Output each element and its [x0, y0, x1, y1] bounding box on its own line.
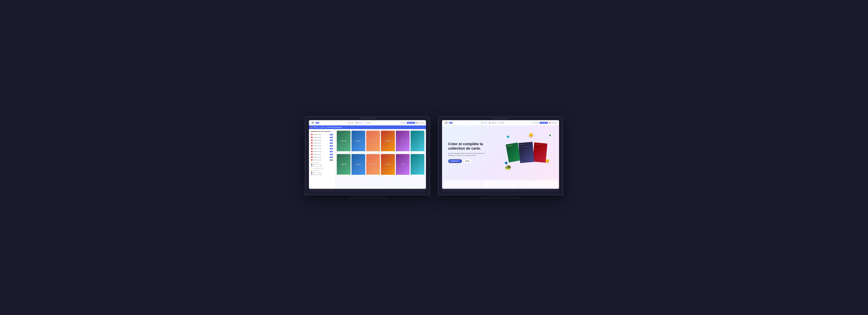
card-item-9[interactable]: Pyroar 2 2 2 — [366, 154, 380, 177]
icon-red — [311, 145, 313, 147]
right-nav-market[interactable]: 🛒 Market — [499, 122, 504, 123]
left-logo-box: ASIACOL — [311, 121, 315, 124]
card-item-5[interactable]: ixO 2 2 2 — [396, 131, 410, 153]
left-nav-market[interactable]: 🛒 Market — [366, 122, 371, 123]
sidebar-badge: 123€ — [330, 159, 333, 161]
right-laptop: ASIACOL Béta 🏠 Accueil 📚 Collecti — [438, 116, 563, 199]
card-item-4[interactable]: Blaziken 2 2 2 — [381, 131, 395, 153]
card-item-12[interactable]: 2 2 2 — [411, 154, 424, 177]
card-count: 2 — [337, 152, 338, 153]
card-img-green: 창성스팀 — [337, 131, 350, 151]
sidebar-badge: 123€ — [330, 143, 333, 144]
card-item-1[interactable]: 창성스팀 2 2 2 — [337, 131, 350, 153]
left-connexion-btn[interactable]: Connexion — [400, 122, 406, 123]
left-lang-selector[interactable]: 🇹🇭 Thaïlandais — [416, 122, 424, 123]
breadcrumb-collections[interactable]: Collections — [320, 127, 326, 128]
card-text — [417, 140, 418, 142]
card-info: 2 2 2 — [366, 151, 380, 153]
sidebar-category-destinees2[interactable]: 🔮 Destinées Occultes — [310, 174, 334, 176]
sidebar-category-harmonie[interactable]: ✨ Harmonie des Esprits — [310, 167, 334, 169]
sidebar-category-destinees[interactable]: 🔮 Destinées Occultes — [310, 165, 334, 167]
sidebar-item-name: Écarlate et violet — [311, 151, 321, 152]
right-lang-selector[interactable]: 🇹🇭 Thaïlandais — [549, 122, 557, 123]
card-item-7[interactable]: 창성스팀 2 2 2 — [337, 154, 350, 177]
card-count: 2 — [397, 152, 397, 153]
card-quantity: 2 — [349, 152, 350, 153]
left-screen: ASIACOL Béta 🏠 Accueil 📚 Collecti — [309, 120, 426, 189]
sidebar-item[interactable]: Écarlate et violet 123€ — [310, 148, 334, 150]
sidebar-category-soleil[interactable]: ☀️ Soleil et Lune — [310, 161, 334, 163]
right-logo-area: ASIACOL Béta — [444, 121, 453, 124]
sidebar-item[interactable]: Écarlate et violet 123€ — [310, 139, 334, 141]
left-inscription-btn[interactable]: Inscription — [407, 122, 415, 124]
card-img-orange: Pyroar — [366, 131, 380, 151]
card-info: 2 2 2 — [337, 151, 350, 153]
sidebar-category-eclipse[interactable]: 🌌 Éclipse Cosmique — [310, 163, 334, 165]
breadcrumb-icon: 📚 — [311, 126, 312, 128]
sidebar-item-name: Écarlate et violet — [311, 134, 321, 135]
hero-collections-btn[interactable]: Collections > — [448, 159, 462, 163]
card-count: 2 — [337, 175, 338, 176]
card-img-orange2: Pyroar — [366, 154, 380, 175]
breadcrumb-sep2: › — [326, 127, 327, 128]
card-quantity: 2 — [364, 152, 365, 153]
sidebar-category-eclipse2[interactable]: 🌌 Éclipse Cosmique — [310, 171, 334, 174]
breadcrumb-pokemon[interactable]: Pokémon — [313, 127, 318, 128]
card-item-6[interactable]: 2 2 2 — [411, 131, 424, 153]
left-nav-collections[interactable]: 📚 Collections — [356, 122, 364, 123]
left-logo-text: ASIACOL — [312, 122, 314, 124]
card-img-red: Blaziken — [381, 131, 395, 151]
right-connexion-btn[interactable]: Connexion — [533, 122, 538, 123]
hero-text-block: Créer et complète ta collection de carte… — [448, 142, 501, 163]
card-img-green2: 창성스팀 — [337, 154, 350, 175]
sidebar-item-name: Écarlate et violet — [311, 159, 321, 161]
right-nav-bar: ASIACOL Béta 🏠 Accueil 📚 Collecti — [442, 120, 559, 125]
card-item-3[interactable]: Pyroar 2 2 2 — [366, 131, 380, 153]
left-nav-accueil[interactable]: 🏠 Accueil — [348, 122, 353, 123]
breadcrumb-sep1: › — [319, 127, 319, 128]
card-info: 2 2 2 — [366, 175, 380, 177]
sidebar-item[interactable]: Écarlate et violet 123€ — [310, 159, 334, 161]
hero-market-btn[interactable]: Market — [463, 159, 472, 163]
left-main-content: Estimations de votre collections Écarlat… — [309, 129, 426, 189]
sidebar-badge: 123€ — [330, 145, 333, 147]
left-breadcrumb: 📚 Pokémon › Collections › Mascarade Crép… — [309, 125, 426, 129]
gem-cyan-icon — [506, 135, 509, 138]
sidebar-item[interactable]: Écarlate et violet 123€ — [310, 150, 334, 153]
icon-red — [311, 148, 313, 150]
card-info: 2 2 2 — [381, 175, 395, 177]
card-price: 2 — [373, 152, 373, 153]
card-price: 2 — [358, 152, 359, 153]
home-icon-right: 🏠 — [481, 122, 483, 123]
card-item-10[interactable]: Blaziken 2 2 2 — [381, 154, 395, 177]
sidebar-item[interactable]: Écarlate et violet 123€ — [310, 142, 334, 144]
landing-page: ASIACOL Béta 🏠 Accueil 📚 Collecti — [442, 120, 559, 189]
card-item-11[interactable]: ixO 2 2 2 — [396, 154, 410, 177]
sidebar-badge: 123€ — [330, 154, 333, 155]
sun-icon: ☀️ — [311, 162, 312, 163]
card-item-8[interactable]: Pokémon 2 2 2 — [351, 154, 365, 177]
left-laptop: ASIACOL Béta 🏠 Accueil 📚 Collecti — [305, 116, 430, 199]
card-text: Blaziken — [384, 163, 391, 166]
right-laptop-foot — [480, 197, 521, 199]
card-img-teal2 — [411, 154, 424, 175]
right-nav-collections[interactable]: 📚 Collections — [489, 122, 497, 123]
card-info: 2 2 2 — [396, 151, 410, 153]
sidebar-item[interactable]: Écarlate et violet 123€ — [310, 156, 334, 158]
card-quantity: 2 — [408, 175, 409, 176]
right-notch — [493, 118, 508, 119]
sidebar-item[interactable]: Écarlate et violet 123€ — [310, 136, 334, 138]
sidebar-item-name: Écarlate et violet — [311, 148, 321, 150]
icon-red — [311, 156, 313, 158]
right-inscription-btn[interactable]: Inscription — [539, 122, 548, 124]
right-nav-accueil[interactable]: 🏠 Accueil — [481, 122, 487, 123]
sidebar-category-soleil2[interactable]: ☀️ Soleil et Lune — [310, 169, 334, 171]
card-img-blue: Pokémon — [351, 131, 365, 151]
sidebar-item-name: Écarlate et violet — [311, 145, 321, 147]
right-nav-actions: Connexion Inscription 🇹🇭 Thaïlandais — [533, 122, 557, 124]
cards-area: 창성스팀 2 2 2 — [335, 129, 426, 189]
sidebar-item[interactable]: Écarlate et violet 123€ — [310, 133, 334, 136]
card-item-2[interactable]: Pokémon 2 2 2 — [351, 131, 365, 153]
sidebar-item[interactable]: Écarlate et violet 123€ — [310, 153, 334, 156]
sidebar-item[interactable]: Écarlate et violet 123€ — [310, 145, 334, 147]
